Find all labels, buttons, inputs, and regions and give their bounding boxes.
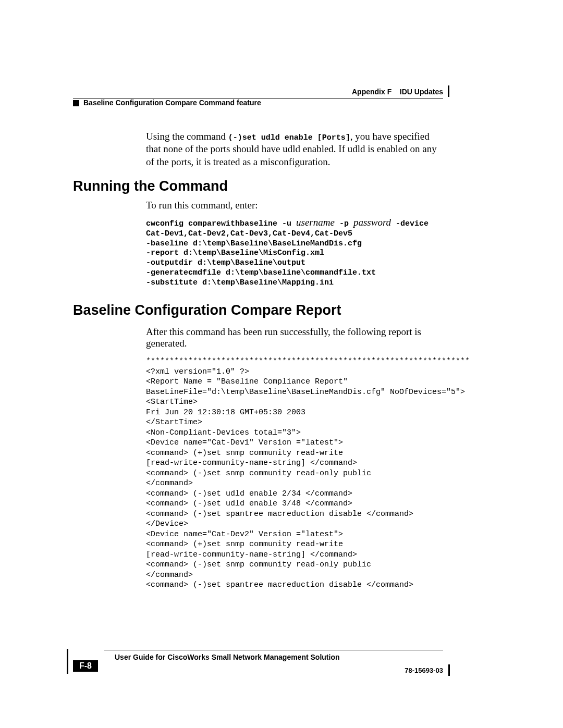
- footer-left-bar: [67, 649, 68, 674]
- intro-pre: Using the command: [146, 131, 228, 142]
- footer-doc-number: 78-15693-03: [405, 667, 443, 674]
- report-body: After this command has been run successf…: [146, 326, 443, 590]
- header-appendix-line: Appendix F IDU Updates: [352, 88, 443, 96]
- section-title-row: Baseline Configuration Compare Command f…: [73, 98, 443, 107]
- footer-guide-title: User Guide for CiscoWorks Small Network …: [115, 653, 340, 661]
- running-intro: To run this command, enter:: [146, 200, 442, 211]
- running-code: cwconfig comparewithbaseline -u username…: [146, 216, 442, 288]
- cmd-l1a: cwconfig comparewithbaseline -u: [146, 219, 296, 228]
- cmd-l1b: -p: [335, 219, 353, 228]
- running-body: To run this command, enter: cwconfig com…: [146, 200, 442, 288]
- cmd-password: password: [353, 217, 391, 228]
- cmd-l3: -baseline d:\temp\Baseline\BaseLineMandD…: [146, 239, 362, 248]
- section-marker-icon: [73, 100, 79, 106]
- report-listing: ****************************************…: [146, 356, 443, 590]
- heading-running-command: Running the Command: [73, 178, 228, 194]
- cmd-l7: -substitute d:\temp\Baseline\Mapping.ini: [146, 278, 334, 287]
- page: Appendix F IDU Updates Baseline Configur…: [0, 0, 563, 728]
- header-right-bar: [448, 85, 449, 97]
- intro-block: Using the command (-)set udld enable [Po…: [146, 130, 442, 180]
- cmd-l2: Cat-Dev1,Cat-Dev2,Cat-Dev3,Cat-Dev4,Cat-…: [146, 229, 352, 238]
- cmd-l1c: -device: [391, 219, 429, 228]
- footer-right-bar: [448, 664, 450, 676]
- page-footer: User Guide for CiscoWorks Small Network …: [73, 650, 443, 681]
- intro-command: (-)set udld enable [Ports]: [228, 133, 350, 142]
- cmd-l5: -outputdir d:\temp\Baseline\output: [146, 258, 305, 267]
- cmd-l6: -generatecmdfile d:\temp\baseline\comman…: [146, 268, 376, 277]
- appendix-label: Appendix F: [352, 88, 391, 96]
- cmd-l4: -report d:\temp\Baseline\MisConfig.xml: [146, 249, 324, 257]
- footer-page-number: F-8: [73, 660, 98, 672]
- heading-baseline-report: Baseline Configuration Compare Report: [73, 302, 341, 318]
- cmd-username: username: [296, 217, 335, 228]
- section-title: Baseline Configuration Compare Command f…: [83, 98, 261, 107]
- chapter-label: IDU Updates: [400, 88, 443, 96]
- intro-paragraph: Using the command (-)set udld enable [Po…: [146, 130, 442, 168]
- footer-rule: [104, 650, 443, 650]
- report-intro: After this command has been run successf…: [146, 326, 443, 349]
